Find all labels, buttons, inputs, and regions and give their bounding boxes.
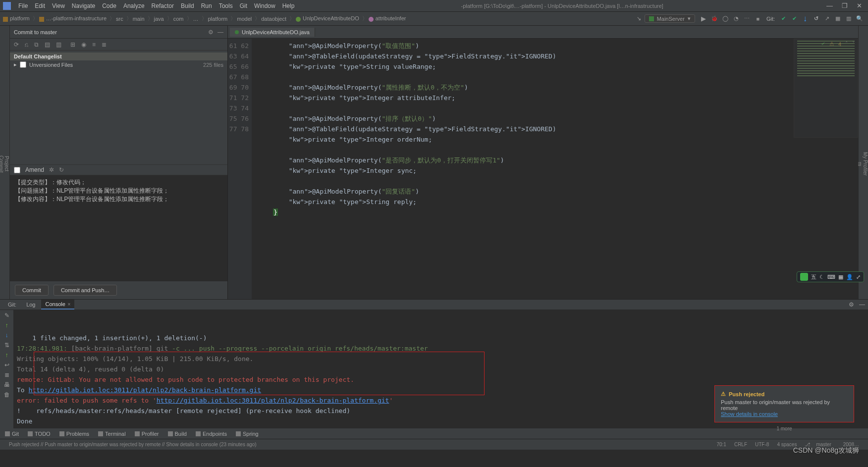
changelist-icon[interactable]: ▤ xyxy=(45,41,50,48)
crumb-field[interactable]: attributeInfer xyxy=(369,15,406,21)
toolbar-icon-1[interactable]: ▦ xyxy=(833,14,842,23)
ime-settings-icon[interactable]: ▦ xyxy=(838,274,843,280)
expand-icon[interactable]: ◉ xyxy=(81,41,86,48)
git-update-icon[interactable]: ✔ xyxy=(790,14,799,23)
menu-tools[interactable]: Tools xyxy=(216,2,236,9)
git-tab-console[interactable]: Console × xyxy=(41,300,74,310)
menu-analyze[interactable]: Analyze xyxy=(120,2,148,9)
editor-tab[interactable]: UnlpDeviceAttributeDO.java xyxy=(230,28,315,37)
commit-tree[interactable]: Default Changelist ▸ Unversioned Files 2… xyxy=(10,51,227,164)
pencil-icon[interactable]: ✎ xyxy=(4,312,9,319)
git-commit-icon[interactable]: ✔ xyxy=(779,14,788,23)
run-button-icon[interactable]: ▶ xyxy=(699,14,708,23)
strip-project[interactable]: Project xyxy=(4,33,9,295)
menu-file[interactable]: File xyxy=(15,2,31,9)
filter-icon[interactable]: ≣ xyxy=(102,41,107,48)
menu-edit[interactable]: Edit xyxy=(31,2,49,9)
notification-push-rejected[interactable]: Push rejected Push master to origin/mast… xyxy=(714,385,854,422)
toolwin-terminal[interactable]: Terminal xyxy=(98,431,126,437)
window-close-icon[interactable]: ✕ xyxy=(857,2,862,9)
menu-git[interactable]: Git xyxy=(236,2,251,9)
toolwin-spring[interactable]: Spring xyxy=(236,431,259,437)
run-config-selector[interactable]: MainServer▾ xyxy=(645,14,695,23)
panel-minimize-icon[interactable]: — xyxy=(859,301,865,308)
git-revert-icon[interactable]: ↗ xyxy=(822,14,831,23)
notification-link[interactable]: Show details in console xyxy=(721,411,778,417)
diff-icon[interactable]: ⧉ xyxy=(34,41,39,48)
default-changelist-header[interactable]: Default Changelist xyxy=(10,52,227,60)
more-run-icon[interactable]: ⋯ xyxy=(743,14,752,23)
toolwin-todo[interactable]: TODO xyxy=(28,431,51,437)
status-position[interactable]: 70:1 xyxy=(716,442,726,447)
clear-icon[interactable]: 🗑 xyxy=(4,391,10,398)
toolbar-icon-2[interactable]: ▥ xyxy=(844,14,853,23)
profile-button-icon[interactable]: ◔ xyxy=(732,14,741,23)
toolwin-problems[interactable]: Problems xyxy=(59,431,89,437)
updown-icon[interactable]: ⇅ xyxy=(4,342,9,349)
gutter[interactable]: 61 62 63 64 65 66 67 68 69 70 71 72 73 7… xyxy=(228,39,252,299)
gear-icon[interactable]: ⚙ xyxy=(208,29,214,36)
crumb-infrastructure[interactable]: …-platform-infrastructure xyxy=(39,15,107,21)
rollback-icon[interactable]: ⎌ xyxy=(25,41,28,48)
status-eol[interactable]: CRLF xyxy=(734,442,747,447)
debug-button-icon[interactable]: 🐞 xyxy=(710,14,719,23)
ime-user-icon[interactable]: 👤 xyxy=(846,274,853,280)
crumb-src[interactable]: src xyxy=(116,16,123,22)
unversioned-checkbox[interactable] xyxy=(20,61,26,68)
window-restore-icon[interactable]: ❐ xyxy=(842,2,848,9)
search-icon[interactable]: 🔍 xyxy=(855,14,864,23)
commit-message-input[interactable]: 【提交类型】：修改代码； 【问题描述】：NLP管理平台设备属性添加属性推断字段；… xyxy=(10,175,227,281)
strip-profiler[interactable]: My Profiler xyxy=(863,33,868,295)
coverage-button-icon[interactable]: ◯ xyxy=(721,14,730,23)
unversioned-files-row[interactable]: ▸ Unversioned Files 225 files xyxy=(10,60,227,69)
status-encoding[interactable]: UTF-8 xyxy=(755,442,769,447)
scroll-icon[interactable]: ≣ xyxy=(4,371,9,378)
panel-minimize-icon[interactable]: — xyxy=(217,29,223,36)
toolwin-profiler[interactable]: Profiler xyxy=(135,431,159,437)
crumb-java[interactable]: java xyxy=(154,16,164,22)
crumb-platform[interactable]: platform xyxy=(3,15,30,21)
toolwin-git[interactable]: Git xyxy=(5,431,19,437)
crumb-main[interactable]: main xyxy=(133,16,145,22)
group-icon[interactable]: ⊞ xyxy=(70,41,75,48)
print-icon[interactable]: 🖶 xyxy=(4,381,10,388)
ime-mode[interactable]: 五 xyxy=(811,273,816,281)
toolwin-endpoints[interactable]: Endpoints xyxy=(196,431,227,437)
crumb-model[interactable]: model xyxy=(237,16,252,22)
ime-toolbar[interactable]: 五 ☾ ⌨ ▦ 👤 ⤢ xyxy=(797,271,864,282)
strip-commit[interactable]: Commit xyxy=(0,33,4,295)
ime-moon-icon[interactable]: ☾ xyxy=(819,274,824,280)
ime-keyboard-icon[interactable]: ⌨ xyxy=(827,274,835,280)
code-minimap[interactable] xyxy=(794,39,858,138)
crumb-platform2[interactable]: platform xyxy=(208,16,228,22)
gear-icon[interactable]: ✲ xyxy=(49,166,54,173)
crumb-class[interactable]: UnlpDeviceAttributeDO xyxy=(296,15,359,21)
crumb-com[interactable]: com xyxy=(173,16,184,22)
history-icon[interactable]: ↻ xyxy=(59,166,64,173)
build-hammer-icon[interactable]: ↘ xyxy=(635,14,644,23)
menu-code[interactable]: Code xyxy=(99,2,120,9)
arrow-down-icon[interactable]: ↓ xyxy=(5,332,8,339)
menu-run[interactable]: Run xyxy=(198,2,216,9)
window-minimize-icon[interactable]: — xyxy=(826,2,833,9)
commit-button[interactable]: Commit xyxy=(15,285,49,296)
toolwin-build[interactable]: Build xyxy=(168,431,187,437)
crumb-ellipsis[interactable]: … xyxy=(193,16,199,22)
commit-and-push-button[interactable]: Commit and Push… xyxy=(54,285,117,296)
wrap-icon[interactable]: ↩ xyxy=(4,362,9,368)
arrow-up-icon[interactable]: ↑ xyxy=(5,322,8,329)
arrow-up-icon[interactable]: ↑ xyxy=(5,352,8,359)
menu-help[interactable]: Help xyxy=(279,2,298,9)
menu-navigate[interactable]: Navigate xyxy=(68,2,99,9)
gear-icon[interactable]: ⚙ xyxy=(849,301,854,308)
stop-button-icon[interactable]: ■ xyxy=(754,14,762,23)
git-pull-icon[interactable]: ⭣ xyxy=(801,14,810,23)
menu-refactor[interactable]: Refactor xyxy=(148,2,177,9)
menu-window[interactable]: Window xyxy=(251,2,279,9)
menu-build[interactable]: Build xyxy=(177,2,198,9)
ime-expand-icon[interactable]: ⤢ xyxy=(856,274,861,280)
menu-view[interactable]: View xyxy=(49,2,68,9)
refresh-icon[interactable]: ⟳ xyxy=(14,41,19,48)
collapse-icon[interactable]: ≡ xyxy=(92,41,96,48)
code-area[interactable]: "ann">@ApiModelProperty("取值范围") "ann">@T… xyxy=(252,39,858,299)
